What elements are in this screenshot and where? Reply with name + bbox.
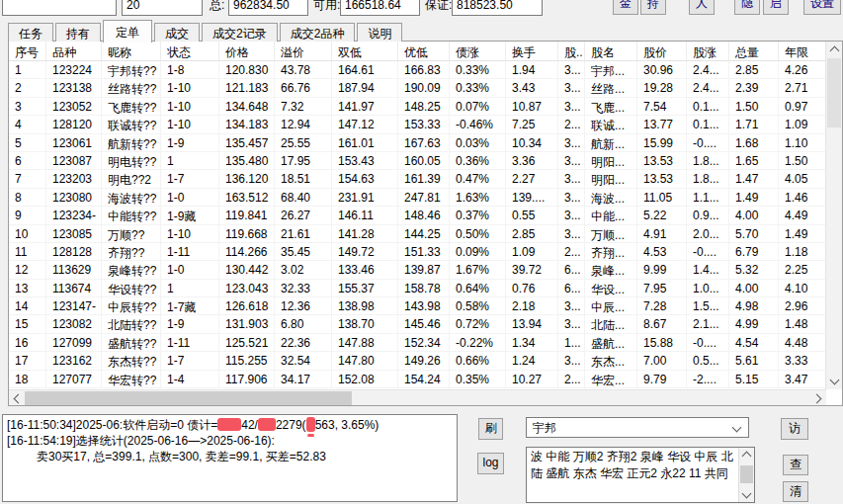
- column-header-5[interactable]: 价格: [219, 42, 275, 61]
- table-cell: 海波转??: [102, 189, 161, 207]
- tab-成交2记录[interactable]: 成交2记录: [202, 23, 278, 42]
- table-cell: 1-10: [161, 225, 219, 243]
- table-cell: 10.27: [506, 371, 558, 388]
- log-output[interactable]: [16-11:50:34]2025-06:软件启动=0 债计=42/2279(5…: [2, 414, 458, 502]
- table-row[interactable]: 1123224宇邦转??1-8120.83043.78164.61166.830…: [9, 61, 842, 79]
- listbox-scroll-thumb[interactable]: [740, 465, 753, 483]
- vertical-scroll-thumb[interactable]: [827, 58, 841, 127]
- table-cell: 13.53: [637, 152, 687, 170]
- table-cell: 1-11: [161, 243, 219, 261]
- scroll-left-icon[interactable]: [9, 390, 25, 406]
- table-cell: 东杰...: [585, 352, 637, 370]
- tab-成交2品种[interactable]: 成交2品种: [280, 23, 356, 42]
- quantity-field[interactable]: [122, 0, 203, 16]
- table-cell: 34.17: [275, 371, 332, 388]
- column-header-7[interactable]: 双低: [332, 42, 398, 61]
- table-row[interactable]: 7123203明电??21-7136.12018.51154.63161.390…: [9, 170, 842, 188]
- table-row[interactable]: 14123147-中辰转??1-7藏126.61812.36138.98143.…: [9, 297, 842, 315]
- scroll-up-icon[interactable]: [826, 42, 842, 57]
- column-header-8[interactable]: 优低: [398, 42, 450, 61]
- table-row[interactable]: 9123234-中能转??1-9藏119.84126.27146.11148.4…: [9, 207, 842, 224]
- topbar-button-3[interactable]: 人: [689, 0, 715, 15]
- clear-button[interactable]: 清: [783, 481, 808, 502]
- account-field[interactable]: [2, 0, 117, 16]
- vertical-scrollbar[interactable]: [825, 42, 842, 389]
- table-row[interactable]: 11128128齐翔??1-11114.26635.45149.72151.33…: [9, 243, 842, 261]
- table-row[interactable]: 2123138丝路转??1-10121.18366.76187.94190.09…: [9, 79, 842, 97]
- table-cell: 1.5...: [687, 297, 729, 315]
- column-header-13[interactable]: 股价: [637, 42, 687, 61]
- table-row[interactable]: 12113629泉峰转??1-0130.4423.02133.46139.871…: [9, 261, 842, 279]
- column-header-15[interactable]: 总量: [729, 42, 779, 61]
- topbar-button-6[interactable]: 设置: [803, 0, 841, 15]
- redaction-box: [217, 418, 241, 431]
- bond-select-dropdown[interactable]: 宇邦: [526, 417, 749, 438]
- column-header-4[interactable]: 状态: [161, 42, 219, 61]
- scroll-down-icon[interactable]: [738, 487, 754, 503]
- table-cell: 1.09: [506, 243, 558, 261]
- table-cell: 7.32: [275, 98, 332, 116]
- column-header-2[interactable]: 品种: [46, 42, 102, 61]
- table-row[interactable]: 10123085万顺??1-10119.66821.61141.28144.25…: [9, 225, 842, 243]
- table-cell: 190.09: [398, 79, 450, 97]
- table-row[interactable]: 16127099盛航转??1-11125.52122.36147.88152.3…: [9, 334, 842, 352]
- tab-持有[interactable]: 持有: [55, 23, 101, 42]
- table-cell: 1.71: [729, 116, 779, 133]
- total-field[interactable]: [228, 0, 308, 16]
- table-row[interactable]: 13113674华设转??1123.04332.33155.37158.780.…: [9, 280, 842, 297]
- table-cell: 1-9: [161, 134, 219, 152]
- horizontal-scrollbar[interactable]: [9, 389, 826, 406]
- refresh-button[interactable]: 刷: [478, 418, 503, 440]
- tab-说明[interactable]: 说明: [357, 23, 402, 42]
- column-header-1[interactable]: 序号: [9, 42, 46, 61]
- listbox-scrollbar[interactable]: [738, 448, 754, 502]
- column-header-12[interactable]: 股名: [585, 42, 637, 61]
- scroll-down-icon[interactable]: [826, 374, 842, 389]
- tab-任务[interactable]: 任务: [8, 23, 53, 42]
- column-header-11[interactable]: 股..: [558, 42, 585, 61]
- table-cell: 3...: [558, 225, 585, 243]
- table-cell: 1.10: [779, 134, 826, 152]
- table-cell: 5.61: [729, 352, 779, 370]
- column-header-10[interactable]: 换手: [506, 42, 558, 61]
- table-row[interactable]: 5123061航新转??1-9135.45725.55161.01167.630…: [9, 134, 842, 152]
- column-header-6[interactable]: 溢价: [275, 42, 332, 61]
- table-cell: 9.99: [637, 261, 687, 279]
- visit-button[interactable]: 访: [781, 418, 808, 440]
- query-button[interactable]: 查: [783, 455, 808, 475]
- column-header-16[interactable]: 年限: [779, 42, 826, 61]
- topbar-button-2[interactable]: 持: [640, 0, 666, 15]
- table-cell: 13.53: [637, 170, 687, 188]
- column-header-14[interactable]: 股涨: [687, 42, 729, 61]
- table-cell: 1-9藏: [161, 207, 219, 224]
- table-row[interactable]: 3123052飞鹿转??1-10134.6487.32141.97148.250…: [9, 98, 842, 116]
- table-cell: 4.98: [729, 297, 779, 315]
- margin-field[interactable]: [452, 0, 543, 16]
- table-row[interactable]: 17123162东杰转??1-7115.25532.54147.80149.26…: [9, 352, 842, 370]
- table-row[interactable]: 6123087明电转??1135.48017.95153.43160.050.3…: [9, 152, 842, 170]
- topbar-button-5[interactable]: 启: [763, 0, 789, 15]
- log-button[interactable]: log: [477, 453, 504, 474]
- table-cell: 2.71: [779, 79, 826, 97]
- table-row[interactable]: 18127077华宏转??1-4117.90634.17152.08154.24…: [9, 371, 842, 388]
- topbar-button-4[interactable]: 隐: [734, 0, 760, 15]
- tab-成交[interactable]: 成交: [154, 23, 200, 42]
- table-cell: 128120: [46, 116, 102, 133]
- column-header-3[interactable]: 昵称: [102, 42, 161, 61]
- table-row[interactable]: 8123080海波转??1-0163.51268.40231.91247.811…: [9, 189, 842, 207]
- table-cell: 147.80: [332, 352, 398, 370]
- topbar-button-1[interactable]: 金: [613, 0, 638, 15]
- column-header-9[interactable]: 债涨: [450, 42, 506, 61]
- tab-定单[interactable]: 定单: [103, 20, 152, 42]
- table-cell: 2.4...: [687, 79, 729, 97]
- scroll-right-icon[interactable]: [810, 390, 826, 406]
- table-row[interactable]: 15123082北陆转??1-9131.9036.80138.70145.460…: [9, 315, 842, 333]
- horizontal-scroll-thumb[interactable]: [25, 391, 352, 405]
- table-cell: 3...: [558, 297, 585, 315]
- table-cell: 丝路...: [585, 79, 637, 97]
- table-cell: 17.95: [275, 152, 332, 170]
- bond-name-listbox[interactable]: 波 中能 万顺2 齐翔2 泉峰 华设 中辰 北陆 盛航 东杰 华宏 正元2 永2…: [526, 447, 755, 503]
- available-field[interactable]: [340, 0, 420, 16]
- scroll-up-icon[interactable]: [738, 447, 754, 462]
- table-row[interactable]: 4128120联诚转??1-10134.18312.94147.12153.33…: [9, 116, 842, 133]
